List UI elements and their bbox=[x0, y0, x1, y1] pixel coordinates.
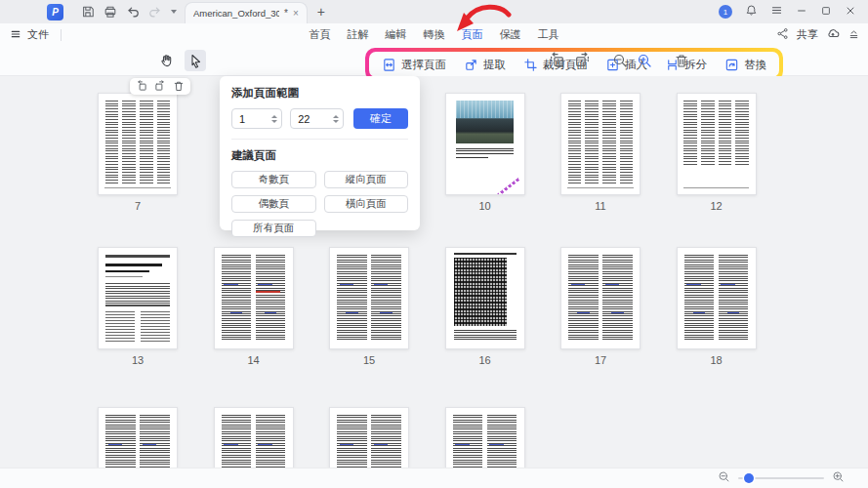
rotate-page-right-icon[interactable] bbox=[154, 78, 166, 96]
rotate-page-left-icon[interactable] bbox=[136, 78, 147, 96]
page-content-decoration bbox=[735, 101, 749, 164]
toolbar-options-caret-icon[interactable] bbox=[171, 10, 177, 14]
new-tab-button[interactable]: + bbox=[317, 5, 325, 19]
document-tab[interactable]: American_Oxford_3000... * × bbox=[185, 2, 308, 23]
tab-edit[interactable]: 編輯 bbox=[386, 27, 407, 42]
delete-pages-button[interactable] bbox=[674, 53, 689, 72]
page-thumbnail-11[interactable]: 11 bbox=[560, 93, 641, 213]
zoom-in-thumbnails-button[interactable] bbox=[637, 53, 652, 72]
page-content-decoration bbox=[719, 101, 732, 164]
page-thumbnail-17[interactable]: 17 bbox=[560, 247, 641, 367]
page-preview[interactable] bbox=[98, 93, 178, 195]
app-logo: P bbox=[47, 4, 63, 20]
save-icon[interactable] bbox=[81, 5, 95, 19]
page-thumbnail-10[interactable]: 10 bbox=[445, 93, 525, 213]
select-pages-button[interactable]: 選擇頁面 bbox=[373, 53, 455, 76]
page-thumbnail-grid: 7101112131415161718 bbox=[0, 76, 868, 488]
page-thumbnail-7[interactable]: 7 bbox=[98, 93, 178, 213]
page-thumbnail-12[interactable]: 12 bbox=[677, 93, 757, 213]
app-menu-icon[interactable] bbox=[770, 3, 783, 20]
print-icon[interactable] bbox=[103, 5, 117, 19]
page-thumbnail-15[interactable]: 15 bbox=[329, 247, 409, 367]
cloud-sync-icon[interactable] bbox=[826, 26, 840, 44]
page-content-decoration bbox=[620, 101, 634, 184]
modified-marker: * bbox=[284, 8, 288, 19]
page-preview[interactable] bbox=[329, 247, 409, 349]
even-pages-button[interactable]: 偶數頁 bbox=[231, 195, 316, 213]
extract-button[interactable]: 提取 bbox=[455, 53, 515, 76]
thumbnail-zoom-out-icon[interactable] bbox=[718, 469, 730, 487]
file-menu-label[interactable]: 文件 bbox=[27, 27, 49, 42]
page-content-decoration bbox=[105, 270, 148, 272]
close-window-icon[interactable] bbox=[845, 3, 856, 20]
slider-knob[interactable] bbox=[744, 473, 754, 483]
page-thumbnail-18[interactable]: 18 bbox=[677, 247, 757, 367]
thumbnail-zoom-in-icon[interactable] bbox=[832, 469, 845, 487]
page-number-label: 18 bbox=[677, 354, 757, 367]
page-preview[interactable] bbox=[445, 247, 525, 349]
page-thumbnail-13[interactable]: 13 bbox=[98, 247, 178, 367]
share-icon[interactable] bbox=[776, 26, 789, 44]
page-content-decoration bbox=[105, 255, 169, 258]
page-preview[interactable] bbox=[214, 247, 294, 349]
page-thumbnail-14[interactable]: 14 bbox=[214, 247, 294, 367]
tab-tools[interactable]: 工具 bbox=[538, 27, 559, 42]
tab-comment[interactable]: 註解 bbox=[348, 27, 369, 42]
share-label[interactable]: 共享 bbox=[797, 27, 818, 42]
page-content-decoration bbox=[371, 255, 400, 343]
replace-icon bbox=[724, 58, 739, 72]
thumbnail-size-slider[interactable] bbox=[738, 477, 824, 479]
page-content-decoration bbox=[568, 255, 598, 343]
hand-tool-button[interactable] bbox=[156, 50, 178, 71]
page-thumbnail-16[interactable]: 16 bbox=[445, 247, 525, 367]
page-range-label: 添加頁面範圍 bbox=[231, 86, 408, 101]
document-tab-title: American_Oxford_3000... bbox=[193, 8, 279, 19]
portrait-pages-button[interactable]: 縱向頁面 bbox=[324, 171, 409, 188]
landscape-pages-button[interactable]: 橫向頁面 bbox=[324, 195, 409, 213]
page-preview[interactable] bbox=[560, 93, 641, 195]
select-tool-button[interactable] bbox=[185, 50, 206, 71]
tab-home[interactable]: 首頁 bbox=[310, 27, 331, 42]
page-preview[interactable] bbox=[560, 247, 641, 349]
page-content-decoration bbox=[454, 253, 517, 255]
divider bbox=[231, 139, 408, 140]
crop-pages-icon bbox=[523, 58, 538, 72]
page-number-label: 14 bbox=[214, 354, 294, 367]
minimize-window-icon[interactable] bbox=[796, 3, 807, 20]
odd-pages-button[interactable]: 奇數頁 bbox=[231, 171, 316, 188]
page-number-label: 11 bbox=[560, 200, 641, 213]
replace-button[interactable]: 替換 bbox=[716, 53, 775, 76]
zoom-out-thumbnails-button[interactable] bbox=[612, 53, 628, 72]
undo-icon[interactable] bbox=[126, 5, 140, 19]
range-from-input[interactable]: 1 bbox=[231, 108, 282, 129]
user-avatar[interactable]: 1 bbox=[719, 5, 732, 19]
collapse-toolbar-icon[interactable] bbox=[847, 26, 860, 44]
rotate-right-button[interactable] bbox=[574, 52, 591, 72]
stepper-icon[interactable] bbox=[271, 115, 277, 123]
page-content-decoration bbox=[140, 101, 153, 184]
all-pages-button[interactable]: 所有頁面 bbox=[231, 220, 316, 237]
page-toolbar: 選擇頁面 提取 裁剪頁面 插入 拆分 bbox=[0, 46, 868, 76]
page-content-decoration bbox=[568, 101, 582, 184]
page-content-decoration bbox=[683, 101, 697, 164]
file-menu-icon[interactable] bbox=[10, 26, 21, 44]
rotate-left-button[interactable] bbox=[549, 52, 565, 72]
tab-convert[interactable]: 轉換 bbox=[424, 27, 445, 42]
page-content-decoration bbox=[337, 255, 366, 343]
page-number-label: 13 bbox=[98, 354, 178, 367]
delete-page-icon[interactable] bbox=[173, 78, 185, 96]
range-to-input[interactable]: 22 bbox=[290, 108, 344, 129]
range-to-value: 22 bbox=[298, 113, 333, 125]
page-content-decoration bbox=[701, 101, 715, 164]
page-preview[interactable] bbox=[98, 247, 178, 349]
page-number-label: 10 bbox=[445, 200, 525, 213]
page-content-decoration bbox=[719, 255, 748, 343]
stepper-icon[interactable] bbox=[333, 115, 339, 123]
close-tab-icon[interactable]: × bbox=[293, 8, 299, 19]
page-preview[interactable] bbox=[677, 93, 757, 195]
maximize-window-icon[interactable] bbox=[820, 3, 832, 20]
page-preview[interactable] bbox=[445, 93, 525, 195]
confirm-button[interactable]: 確定 bbox=[353, 108, 408, 129]
notifications-bell-icon[interactable] bbox=[745, 3, 758, 20]
page-preview[interactable] bbox=[677, 247, 757, 349]
